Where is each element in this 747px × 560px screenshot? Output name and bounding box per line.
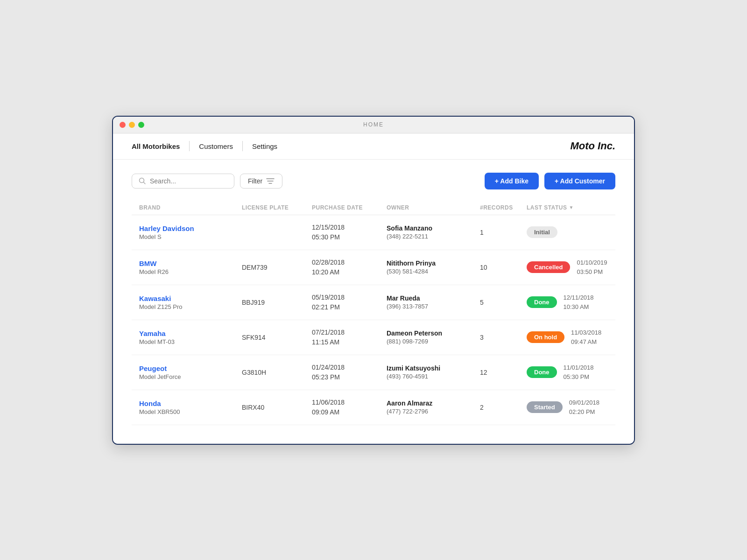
col-owner: OWNER <box>387 204 480 211</box>
status-badge: Cancelled <box>527 261 570 273</box>
status-badge: Done <box>527 296 557 308</box>
license-plate: G3810H <box>242 369 312 376</box>
table-row[interactable]: BMW Model R26 DEM739 02/28/201810:20 AM … <box>132 250 615 285</box>
brand-col: Honda Model XBR500 <box>139 399 242 415</box>
nav-settings[interactable]: Settings <box>252 142 287 150</box>
motorbikes-table: BRAND LICENSE PLATE PURCHASE DATE OWNER … <box>132 201 615 425</box>
app-window: HOME All Motorbikes Customers Settings M… <box>112 116 635 445</box>
sort-arrow-icon: ▼ <box>569 205 573 210</box>
status-badge: Initial <box>527 226 557 238</box>
search-box <box>132 174 234 189</box>
main-content: Filter + Add Bike + Add Customer BRAND L… <box>113 160 634 444</box>
table-row[interactable]: Kawasaki Model Z125 Pro BBJ919 05/19/201… <box>132 285 615 320</box>
brand-link[interactable]: Peugeot <box>139 364 242 372</box>
add-customer-button[interactable]: + Add Customer <box>544 173 615 189</box>
col-records: #RECORDS <box>480 204 527 211</box>
records-count: 3 <box>480 334 527 341</box>
status-col: Started 09/01/201802:20 PM <box>527 398 615 416</box>
brand-col: Harley Davidson Model S <box>139 224 242 240</box>
brand-link[interactable]: Kawasaki <box>139 294 242 302</box>
status-badge: On hold <box>527 331 564 343</box>
search-icon <box>139 177 146 185</box>
window-controls <box>120 122 144 128</box>
owner-phone: (348) 222-5211 <box>387 233 480 240</box>
col-brand: BRAND <box>139 204 242 211</box>
records-count: 12 <box>480 369 527 376</box>
license-plate: SFK914 <box>242 334 312 341</box>
owner-col: Dameon Peterson (881) 098-7269 <box>387 329 480 345</box>
navbar: All Motorbikes Customers Settings Moto I… <box>113 133 634 160</box>
owner-col: Izumi Katsuyoshi (493) 760-4591 <box>387 364 480 380</box>
brand-logo: Moto Inc. <box>570 140 615 152</box>
add-bike-button[interactable]: + Add Bike <box>485 173 539 189</box>
brand-link[interactable]: Yamaha <box>139 329 242 337</box>
maximize-button[interactable] <box>138 122 144 128</box>
col-license: LICENSE PLATE <box>242 204 312 211</box>
owner-col: Aaron Almaraz (477) 722-2796 <box>387 399 480 415</box>
records-count: 5 <box>480 299 527 306</box>
status-badge: Done <box>527 366 557 378</box>
owner-name: Dameon Peterson <box>387 329 480 337</box>
table-header: BRAND LICENSE PLATE PURCHASE DATE OWNER … <box>132 201 615 215</box>
svg-line-1 <box>144 182 146 184</box>
owner-name: Aaron Almaraz <box>387 399 480 407</box>
brand-link[interactable]: BMW <box>139 259 242 267</box>
model-text: Model JetForce <box>139 373 242 380</box>
purchase-date: 12/15/201805:30 PM <box>312 223 387 242</box>
license-plate: BIRX40 <box>242 404 312 411</box>
table-body: Harley Davidson Model S 12/15/201805:30 … <box>132 215 615 425</box>
table-row[interactable]: Harley Davidson Model S 12/15/201805:30 … <box>132 215 615 250</box>
filter-icon <box>266 178 275 184</box>
table-row[interactable]: Peugeot Model JetForce G3810H 01/24/2018… <box>132 355 615 390</box>
close-button[interactable] <box>120 122 126 128</box>
nav-divider-2 <box>242 141 243 151</box>
records-count: 10 <box>480 264 527 271</box>
model-text: Model XBR500 <box>139 408 242 415</box>
model-text: Model MT-03 <box>139 338 242 345</box>
owner-phone: (881) 098-7269 <box>387 338 480 345</box>
purchase-date: 05/19/201802:21 PM <box>312 293 387 312</box>
table-row[interactable]: Yamaha Model MT-03 SFK914 07/21/201811:1… <box>132 320 615 355</box>
status-col: Cancelled 01/10/201903:50 PM <box>527 258 615 276</box>
owner-name: Nitithorn Prinya <box>387 259 480 267</box>
status-col: Done 12/11/201810:30 AM <box>527 293 615 311</box>
brand-col: Kawasaki Model Z125 Pro <box>139 294 242 310</box>
nav-links: All Motorbikes Customers Settings <box>132 141 570 151</box>
brand-col: Peugeot Model JetForce <box>139 364 242 380</box>
owner-phone: (396) 313-7857 <box>387 303 480 310</box>
toolbar: Filter + Add Bike + Add Customer <box>132 173 615 189</box>
model-text: Model Z125 Pro <box>139 303 242 310</box>
minimize-button[interactable] <box>129 122 135 128</box>
status-badge: Started <box>527 401 563 413</box>
records-count: 2 <box>480 404 527 411</box>
brand-link[interactable]: Harley Davidson <box>139 224 242 232</box>
brand-col: BMW Model R26 <box>139 259 242 275</box>
nav-divider-1 <box>189 141 190 151</box>
purchase-date: 07/21/201811:15 AM <box>312 328 387 347</box>
titlebar: HOME <box>113 117 634 133</box>
records-count: 1 <box>480 229 527 236</box>
purchase-date: 02/28/201810:20 AM <box>312 258 387 277</box>
status-col: Done 11/01/201805:30 PM <box>527 363 615 381</box>
owner-col: Mar Rueda (396) 313-7857 <box>387 294 480 310</box>
owner-name: Sofia Manzano <box>387 224 480 232</box>
purchase-date: 11/06/201809:09 AM <box>312 398 387 417</box>
search-input[interactable] <box>150 177 227 185</box>
model-text: Model R26 <box>139 268 242 275</box>
status-col: Initial <box>527 226 615 238</box>
owner-phone: (477) 722-2796 <box>387 408 480 415</box>
window-title: HOME <box>363 121 384 128</box>
brand-col: Yamaha Model MT-03 <box>139 329 242 345</box>
status-col: On hold 11/03/201809:47 AM <box>527 328 615 346</box>
filter-button[interactable]: Filter <box>240 174 282 189</box>
table-row[interactable]: Honda Model XBR500 BIRX40 11/06/201809:0… <box>132 390 615 425</box>
owner-name: Izumi Katsuyoshi <box>387 364 480 372</box>
nav-customers[interactable]: Customers <box>199 142 242 150</box>
brand-link[interactable]: Honda <box>139 399 242 407</box>
owner-name: Mar Rueda <box>387 294 480 302</box>
owner-col: Sofia Manzano (348) 222-5211 <box>387 224 480 240</box>
owner-col: Nitithorn Prinya (530) 581-4284 <box>387 259 480 275</box>
filter-label: Filter <box>248 177 262 185</box>
col-status[interactable]: LAST STATUS ▼ <box>527 204 615 211</box>
nav-all-motorbikes[interactable]: All Motorbikes <box>132 142 189 150</box>
